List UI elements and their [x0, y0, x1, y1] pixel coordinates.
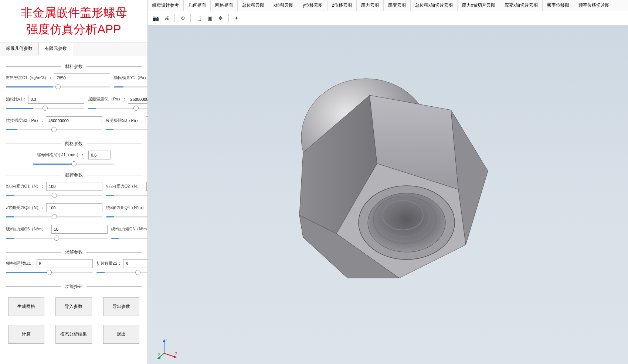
axis-icon[interactable]: ✦	[232, 13, 241, 23]
label-fatigue: 疲劳极限S3（Pa）：	[106, 118, 144, 123]
btn-import-params[interactable]: 导入参数	[55, 297, 92, 316]
slider-q2[interactable]	[106, 192, 147, 199]
input-q1[interactable]	[46, 182, 102, 191]
fit-icon[interactable]: ▣	[205, 13, 214, 23]
app-title: 非金属嵌件盖形螺母 强度仿真分析APP	[0, 0, 147, 42]
slider-z2[interactable]	[96, 269, 147, 276]
slider-q1[interactable]	[6, 192, 102, 199]
tab-top-10[interactable]: 应力x轴切片云图	[458, 0, 500, 11]
svg-marker-18	[157, 356, 160, 359]
btn-compute[interactable]: 计算	[8, 325, 44, 344]
button-grid: 生成网格 导入参数 导出参数 计算 模态分析结果 退出	[6, 293, 142, 347]
axis-z-label: z	[166, 338, 167, 342]
btn-modal-results[interactable]: 模态分析结果	[55, 325, 92, 344]
zoom-window-icon[interactable]: ⬚	[194, 13, 203, 23]
input-tensile[interactable]	[46, 116, 102, 125]
btn-exit[interactable]: 退出	[103, 325, 139, 344]
tab-top-1[interactable]: 几何界面	[184, 0, 211, 11]
label-q6: 绕z轴力矩Q6（N*m）：	[111, 226, 147, 232]
zoom-extents-icon[interactable]: ✥	[216, 13, 225, 23]
slider-meshsize[interactable]	[33, 161, 114, 168]
axis-x-label: x	[175, 351, 177, 355]
slider-tensile[interactable]	[6, 127, 102, 133]
viewport-3d[interactable]: z x y	[148, 25, 628, 364]
label-q2: y方向受力Q2（N）：	[106, 183, 145, 189]
section-title-buttons: 功能按钮	[61, 284, 86, 290]
tab-top-0[interactable]: 螺母设计参考	[148, 0, 184, 11]
label-z2: 切片数量Z2：	[96, 261, 122, 266]
input-z1[interactable]	[37, 259, 93, 268]
slider-youngs[interactable]	[114, 84, 147, 90]
slider-density[interactable]	[6, 84, 110, 90]
tab-top-8[interactable]: 应变云图	[384, 0, 411, 11]
sidebar: 非金属嵌件盖形螺母 强度仿真分析APP 螺母几何参数 有限元参数 材料参数 材料…	[0, 0, 148, 364]
tab-top-13[interactable]: 频率位移切片图	[574, 0, 614, 11]
camera-icon[interactable]: 📷	[151, 13, 160, 23]
slider-q4[interactable]	[106, 214, 147, 220]
svg-marker-14	[163, 339, 165, 342]
section-header-mesh: 网格参数	[6, 141, 142, 147]
input-fatigue[interactable]	[146, 116, 147, 125]
tab-top-4[interactable]: x位移云图	[269, 0, 298, 11]
tab-geometry-params[interactable]: 螺母几何参数	[0, 42, 39, 55]
tab-top-7[interactable]: 应力云图	[357, 0, 384, 11]
section-title-mesh: 网格参数	[61, 141, 86, 147]
section-header-buttons: 功能按钮	[6, 284, 142, 290]
input-z2[interactable]	[123, 259, 147, 268]
input-q3[interactable]	[46, 203, 102, 212]
tab-top-2[interactable]: 网格界面	[211, 0, 238, 11]
btn-export-params[interactable]: 导出参数	[103, 297, 139, 316]
label-q1: x方向受力Q1（N）：	[6, 183, 45, 189]
input-q2[interactable]	[146, 182, 147, 191]
slider-q3[interactable]	[6, 214, 102, 220]
section-header-solve: 求解参数	[6, 249, 142, 255]
slider-fatigue[interactable]	[106, 127, 147, 133]
input-yield[interactable]	[128, 95, 147, 104]
slider-q5[interactable]	[6, 235, 108, 242]
toolbar-separator	[174, 14, 175, 22]
tab-top-12[interactable]: 频率位移图	[543, 0, 574, 11]
print-icon[interactable]: 🖨	[162, 13, 172, 23]
tab-top-3[interactable]: 总位移云图	[238, 0, 269, 11]
label-q4: 绕x轴力矩Q4（N*m）：	[106, 205, 147, 210]
label-poisson: 泊松比v1：	[6, 96, 27, 102]
input-poisson[interactable]	[28, 95, 84, 104]
toolbar-separator	[190, 14, 191, 22]
svg-line-15	[164, 353, 175, 357]
section-header-load: 载荷参数	[6, 172, 142, 178]
section-title-load: 载荷参数	[61, 172, 86, 178]
tab-top-5[interactable]: y位移云图	[298, 0, 327, 11]
section-title-material: 材料参数	[61, 63, 86, 70]
panel-body: 材料参数 材料密度C1（kg/m^3）： 杨氏模量Y1（Pa）：	[0, 55, 147, 364]
axis-triad: z x y	[157, 337, 180, 359]
tab-fem-params[interactable]: 有限元参数	[39, 42, 73, 55]
toolbar-separator	[228, 14, 229, 22]
main: 螺母设计参考几何界面网格界面总位移云图x位移云图y位移云图z位移云图应力云图应变…	[148, 0, 628, 364]
slider-z1[interactable]	[6, 269, 93, 276]
refresh-icon[interactable]: ⟲	[178, 13, 187, 23]
tab-top-11[interactable]: 应变x轴切片云图	[500, 0, 543, 11]
tab-top-6[interactable]: z位移云图	[327, 0, 357, 11]
btn-generate-mesh[interactable]: 生成网格	[8, 297, 44, 316]
input-meshsize[interactable]	[88, 151, 111, 159]
left-tabs: 螺母几何参数 有限元参数	[0, 42, 147, 55]
axis-y-label: y	[158, 352, 160, 356]
input-q5[interactable]	[51, 225, 108, 234]
title-line-1: 非金属嵌件盖形螺母	[3, 4, 145, 21]
label-yield: 屈服强度S1（Pa）：	[88, 96, 126, 102]
slider-yield[interactable]	[88, 105, 147, 112]
slider-q6[interactable]	[111, 235, 147, 242]
slider-poisson[interactable]	[6, 105, 84, 112]
toolbar: 📷🖨⟲⬚▣✥✦	[148, 11, 628, 25]
label-q3: z方向受力Q3（N）：	[6, 205, 45, 210]
nut-model	[259, 60, 517, 319]
section-title-solve: 求解参数	[61, 249, 86, 255]
input-density[interactable]	[54, 73, 110, 82]
section-header-material: 材料参数	[6, 63, 142, 70]
svg-marker-16	[174, 355, 177, 358]
tab-top-9[interactable]: 总位移x轴切片云图	[411, 0, 458, 11]
top-tabs: 螺母设计参考几何界面网格界面总位移云图x位移云图y位移云图z位移云图应力云图应变…	[148, 0, 628, 11]
label-density: 材料密度C1（kg/m^3）：	[6, 75, 52, 80]
label-z1: 频率振型数Z1：	[6, 261, 35, 266]
label-youngs: 杨氏模量Y1（Pa）：	[114, 75, 147, 80]
